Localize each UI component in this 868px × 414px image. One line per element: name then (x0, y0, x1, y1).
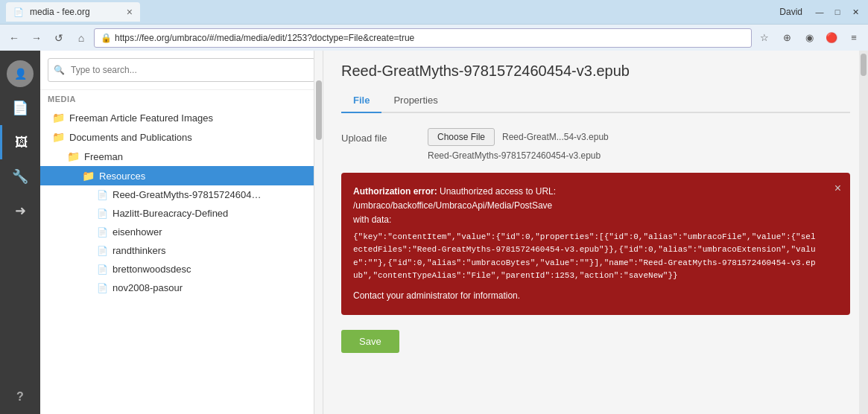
content-body: Upload file Choose File Reed-GreatM...54… (323, 113, 868, 414)
tree-node-file6[interactable]: 📄 nov2008-pasour (40, 278, 323, 297)
tree-node-label: randthinkers (113, 245, 166, 256)
file-icon: 📄 (97, 283, 108, 293)
settings-icon: 🔧 (12, 168, 28, 185)
tree-node-file2[interactable]: 📄 Hazlitt-Bureacracy-Defined (40, 204, 323, 223)
upload-label: Upload file (341, 128, 416, 144)
david-user-label: David (779, 7, 802, 17)
tree-node-freeman-images[interactable]: 📁 Freeman Article Featured Images (40, 108, 323, 127)
sidebar-item-user[interactable]: 👤 (0, 57, 40, 91)
error-title: Authorization error: (353, 186, 437, 197)
sidebar-item-help[interactable]: ? (0, 380, 40, 414)
deploy-icon: ➜ (15, 203, 26, 219)
tree-scrollbar-thumb (316, 80, 322, 140)
ext2-icon[interactable]: ◉ (799, 28, 819, 48)
upload-controls: Choose File Reed-GreatM...54-v3.epub Ree… (428, 128, 609, 161)
tree-node-label: brettonwoodsdesc (113, 264, 191, 275)
tree-node-label: Freeman (84, 151, 123, 162)
file-icon: 📄 (97, 190, 108, 200)
save-button[interactable]: Save (341, 330, 399, 353)
help-icon: ? (16, 390, 24, 404)
tree-node-label: Hazlitt-Bureacracy-Defined (113, 208, 228, 219)
tree-section-label: MEDIA (40, 90, 323, 108)
content-icon: 📄 (12, 100, 28, 116)
file-icon: 📄 (97, 264, 108, 275)
tree-panel: 🔍 MEDIA 📁 Freeman Article Featured Image… (40, 51, 323, 414)
content-panel: Reed-GreatMyths-9781572460454-v3.epub Fi… (323, 51, 868, 414)
tree-node-freeman[interactable]: 📁 Freeman (40, 147, 323, 166)
tree-node-label: Resources (99, 171, 145, 182)
tree-node-label: Freeman Article Featured Images (69, 112, 213, 124)
tree-search-area: 🔍 (40, 51, 323, 90)
close-btn[interactable]: ✕ (849, 5, 862, 19)
avatar: 👤 (7, 60, 34, 87)
tree-node-label: Reed-GreatMyths-9781572460454-v2.m (113, 189, 262, 200)
file-icon: 📄 (97, 246, 108, 256)
folder-icon: 📁 (52, 131, 65, 143)
sidebar-item-content[interactable]: 📄 (0, 91, 40, 125)
address-url: https://fee.org/umbraco/#/media/media/ed… (115, 33, 745, 43)
sidebar-icons: 👤 📄 🖼 🔧 ➜ ? (0, 51, 40, 414)
content-scrollbar[interactable] (859, 51, 868, 414)
page-title: Reed-GreatMyths-9781572460454-v3.epub (341, 63, 850, 80)
tree-node-label: nov2008-pasour (113, 282, 183, 293)
file-name-full: Reed-GreatMyths-9781572460454-v3.epub (428, 150, 609, 161)
error-header: Authorization error: Unauthorized access… (353, 185, 820, 199)
reload-btn[interactable]: ↺ (49, 28, 69, 48)
tab-properties[interactable]: Properties (381, 89, 449, 113)
folder-icon: 📁 (82, 170, 95, 182)
home-btn[interactable]: ⌂ (72, 28, 91, 48)
tree-node-file5[interactable]: 📄 brettonwoodsdesc (40, 260, 323, 278)
tab-close-btn[interactable]: × (127, 6, 133, 18)
error-data-json: {"key":"contentItem","value":{"id":0,"pr… (353, 231, 820, 283)
sidebar-item-settings[interactable]: 🔧 (0, 159, 40, 194)
forward-btn[interactable]: → (27, 28, 46, 48)
folder-icon: 📁 (67, 150, 80, 162)
minimize-btn[interactable]: — (813, 5, 826, 19)
file-icon: 📄 (97, 208, 108, 219)
tree-node-label: Documents and Publications (69, 132, 192, 143)
tab-title: media - fee.org (30, 7, 90, 17)
tree-node-docs-pubs[interactable]: 📁 Documents and Publications (40, 127, 323, 147)
tree-node-file1[interactable]: 📄 Reed-GreatMyths-9781572460454-v2.m (40, 185, 323, 204)
back-btn[interactable]: ← (4, 28, 24, 48)
folder-icon: 📁 (52, 112, 65, 124)
error-message: Unauthorized access to URL: (440, 186, 556, 197)
tab-file[interactable]: File (341, 89, 381, 113)
tree-node-label: eisenhower (113, 226, 162, 238)
error-box: × Authorization error: Unauthorized acce… (341, 173, 850, 315)
tree-node-file3[interactable]: 📄 eisenhower (40, 223, 323, 241)
menu-icon[interactable]: ≡ (844, 28, 864, 48)
address-bar[interactable]: 🔒 https://fee.org/umbraco/#/media/media/… (94, 28, 752, 48)
choose-file-button[interactable]: Choose File (428, 128, 495, 146)
file-name-short: Reed-GreatM...54-v3.epub (502, 132, 609, 142)
browser-tab[interactable]: 📄 media - fee.org × (6, 2, 140, 22)
sidebar-item-media[interactable]: 🖼 (0, 125, 40, 159)
tree-scrollbar[interactable] (314, 51, 323, 414)
lock-icon: 🔒 (101, 33, 112, 43)
ext1-icon[interactable]: ⊕ (777, 28, 796, 48)
content-header: Reed-GreatMyths-9781572460454-v3.epub Fi… (323, 51, 868, 113)
content-scrollbar-thumb (861, 54, 867, 76)
tab-page-icon: 📄 (13, 7, 24, 17)
search-icon: 🔍 (54, 65, 65, 75)
error-with-data: with data: (353, 213, 820, 227)
media-icon: 🖼 (15, 135, 28, 150)
star-icon[interactable]: ☆ (755, 28, 774, 48)
sidebar-item-deploy[interactable]: ➜ (0, 194, 40, 228)
tree-node-resources[interactable]: 📁 Resources (40, 166, 323, 185)
error-close-btn[interactable]: × (834, 179, 841, 198)
tree-node-file4[interactable]: 📄 randthinkers (40, 241, 323, 260)
error-contact: Contact your administrator for informati… (353, 289, 820, 303)
maximize-btn[interactable]: □ (831, 5, 844, 19)
file-icon: 📄 (97, 227, 108, 238)
error-url: /umbraco/backoffice/UmbracoApi/Media/Pos… (353, 199, 820, 213)
upload-file-row: Upload file Choose File Reed-GreatM...54… (341, 128, 850, 161)
search-input[interactable] (48, 58, 315, 82)
ext3-icon[interactable]: 🔴 (822, 28, 841, 48)
tree-scroll[interactable]: 📁 Freeman Article Featured Images 📁 Docu… (40, 108, 323, 414)
tabs: File Properties (341, 89, 850, 113)
